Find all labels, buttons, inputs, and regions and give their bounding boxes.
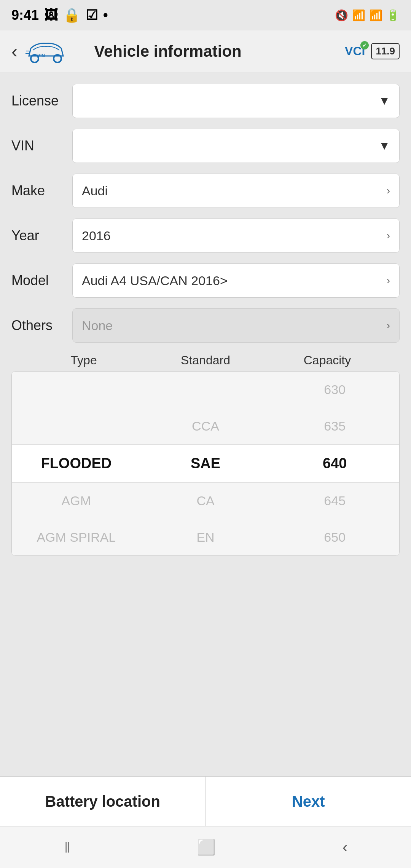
table-row-selected[interactable]: FLOODED SAE 640 [12, 445, 399, 483]
others-value: None [82, 318, 113, 333]
row2-standard: SAE [141, 445, 271, 482]
row4-capacity: 650 [270, 519, 399, 555]
license-row: License ▼ [11, 84, 400, 118]
vci-indicator: VCI ✓ [345, 44, 365, 58]
row3-type: AGM [12, 483, 141, 519]
next-button[interactable]: Next [206, 777, 411, 826]
others-arrow-icon: › [387, 319, 390, 332]
row4-type: AGM SPIRAL [12, 519, 141, 555]
vci-check-icon: ✓ [360, 41, 369, 49]
year-row: Year 2016 › [11, 219, 400, 253]
license-label: License [11, 93, 72, 109]
status-bar: 9:41 🖼 🔒 ☑ • 🔇 📶 📶 🔋 [0, 0, 411, 30]
license-dropdown-icon: ▼ [379, 94, 390, 107]
make-arrow-icon: › [387, 185, 390, 197]
vin-dropdown-icon: ▼ [379, 139, 390, 152]
row0-type [12, 372, 141, 408]
dot-icon: • [103, 7, 108, 23]
model-value: Audi A4 USA/CAN 2016> [82, 273, 228, 288]
others-input[interactable]: None › [72, 308, 400, 343]
license-input[interactable]: ▼ [72, 84, 400, 118]
time-display: 9:41 [11, 7, 39, 23]
row0-capacity: 630 [270, 372, 399, 408]
back-nav-icon[interactable]: ‹ [342, 839, 347, 856]
battery-voltage: 11.9 [371, 43, 400, 59]
model-row: Model Audi A4 USA/CAN 2016> › [11, 263, 400, 298]
image-icon: 🖼 [44, 7, 58, 23]
status-time: 9:41 🖼 🔒 ☑ • [11, 7, 108, 23]
year-value: 2016 [82, 228, 111, 243]
vin-label: VIN [11, 138, 72, 154]
row3-standard: CA [141, 483, 271, 519]
others-label: Others [11, 318, 72, 333]
row0-standard [141, 372, 271, 408]
vin-input[interactable]: ▼ [72, 129, 400, 163]
vin-row: VIN ▼ [11, 129, 400, 163]
table-row[interactable]: AGM SPIRAL EN 650 [12, 519, 399, 555]
battery-icon: 🔋 [386, 9, 400, 22]
table-row[interactable]: AGM CA 645 [12, 483, 399, 519]
page-title: Vehicle information [0, 42, 345, 61]
main-content: License ▼ VIN ▼ Make Audi › Year 2016 › … [0, 72, 411, 556]
row1-standard: CCA [141, 408, 271, 444]
make-label: Make [11, 183, 72, 199]
status-icons: 🔇 📶 📶 🔋 [335, 9, 400, 22]
make-input[interactable]: Audi › [72, 174, 400, 208]
row2-capacity: 640 [270, 445, 399, 482]
row4-standard: EN [141, 519, 271, 555]
battery-table: 630 CCA 635 FLOODED SAE 640 AGM CA 645 [11, 371, 400, 556]
top-bar: ‹ VIN Vehicle information VCI ✓ 11.9 [0, 30, 411, 72]
make-value: Audi [82, 183, 108, 198]
model-arrow-icon: › [387, 274, 390, 287]
row2-type: FLOODED [12, 445, 141, 482]
make-row: Make Audi › [11, 174, 400, 208]
mute-icon: 🔇 [335, 9, 348, 22]
battery-table-section: Type Standard Capacity 630 CCA 635 FLOOD… [11, 353, 400, 556]
standard-header: Standard [145, 353, 266, 367]
row1-type [12, 408, 141, 444]
battery-location-button[interactable]: Battery location [0, 777, 206, 826]
table-row[interactable]: 630 [12, 372, 399, 408]
home-icon[interactable]: ⬜ [197, 838, 216, 856]
nav-bar: ⦀ ⬜ ‹ [0, 826, 411, 868]
row3-capacity: 645 [270, 483, 399, 519]
model-input[interactable]: Audi A4 USA/CAN 2016> › [72, 263, 400, 298]
lock-icon: 🔒 [63, 7, 80, 23]
bottom-buttons: Battery location Next [0, 776, 411, 826]
table-header: Type Standard Capacity [11, 353, 400, 367]
table-row[interactable]: CCA 635 [12, 408, 399, 445]
year-arrow-icon: › [387, 230, 390, 242]
capacity-header: Capacity [266, 353, 388, 367]
check-icon: ☑ [86, 7, 98, 23]
others-row: Others None › [11, 308, 400, 343]
row1-capacity: 635 [270, 408, 399, 444]
year-label: Year [11, 228, 72, 244]
menu-icon[interactable]: ⦀ [64, 839, 70, 856]
model-label: Model [11, 273, 72, 289]
top-bar-right: VCI ✓ 11.9 [345, 43, 400, 59]
wifi-icon: 📶 [352, 9, 365, 22]
type-header: Type [23, 353, 145, 367]
year-input[interactable]: 2016 › [72, 219, 400, 253]
signal-icon: 📶 [369, 9, 382, 22]
